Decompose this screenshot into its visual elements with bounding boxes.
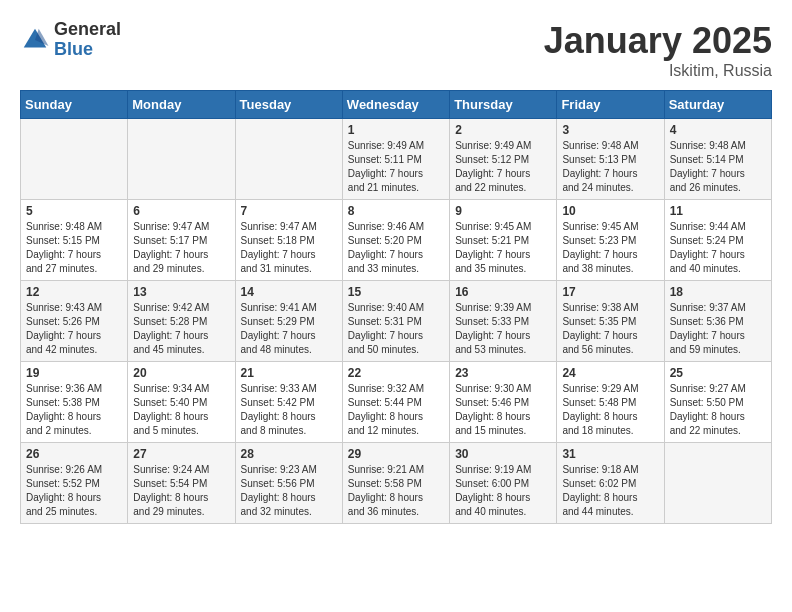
calendar-cell: [664, 443, 771, 524]
cell-content: Sunrise: 9:49 AM Sunset: 5:11 PM Dayligh…: [348, 139, 444, 195]
cell-content: Sunrise: 9:39 AM Sunset: 5:33 PM Dayligh…: [455, 301, 551, 357]
cell-content: Sunrise: 9:19 AM Sunset: 6:00 PM Dayligh…: [455, 463, 551, 519]
header-sunday: Sunday: [21, 91, 128, 119]
cell-content: Sunrise: 9:48 AM Sunset: 5:15 PM Dayligh…: [26, 220, 122, 276]
day-number: 13: [133, 285, 229, 299]
title-block: January 2025 Iskitim, Russia: [544, 20, 772, 80]
cell-content: Sunrise: 9:41 AM Sunset: 5:29 PM Dayligh…: [241, 301, 337, 357]
day-number: 4: [670, 123, 766, 137]
logo: General Blue: [20, 20, 121, 60]
calendar-cell: 4Sunrise: 9:48 AM Sunset: 5:14 PM Daylig…: [664, 119, 771, 200]
calendar-cell: [128, 119, 235, 200]
cell-content: Sunrise: 9:21 AM Sunset: 5:58 PM Dayligh…: [348, 463, 444, 519]
calendar-cell: 25Sunrise: 9:27 AM Sunset: 5:50 PM Dayli…: [664, 362, 771, 443]
logo-general: General: [54, 20, 121, 40]
day-number: 15: [348, 285, 444, 299]
week-row-2: 12Sunrise: 9:43 AM Sunset: 5:26 PM Dayli…: [21, 281, 772, 362]
calendar-cell: 20Sunrise: 9:34 AM Sunset: 5:40 PM Dayli…: [128, 362, 235, 443]
day-number: 12: [26, 285, 122, 299]
calendar-cell: 15Sunrise: 9:40 AM Sunset: 5:31 PM Dayli…: [342, 281, 449, 362]
week-row-4: 26Sunrise: 9:26 AM Sunset: 5:52 PM Dayli…: [21, 443, 772, 524]
cell-content: Sunrise: 9:48 AM Sunset: 5:14 PM Dayligh…: [670, 139, 766, 195]
calendar-cell: 7Sunrise: 9:47 AM Sunset: 5:18 PM Daylig…: [235, 200, 342, 281]
calendar-cell: 8Sunrise: 9:46 AM Sunset: 5:20 PM Daylig…: [342, 200, 449, 281]
day-number: 26: [26, 447, 122, 461]
week-row-3: 19Sunrise: 9:36 AM Sunset: 5:38 PM Dayli…: [21, 362, 772, 443]
week-row-1: 5Sunrise: 9:48 AM Sunset: 5:15 PM Daylig…: [21, 200, 772, 281]
cell-content: Sunrise: 9:34 AM Sunset: 5:40 PM Dayligh…: [133, 382, 229, 438]
day-number: 29: [348, 447, 444, 461]
cell-content: Sunrise: 9:23 AM Sunset: 5:56 PM Dayligh…: [241, 463, 337, 519]
header-wednesday: Wednesday: [342, 91, 449, 119]
location: Iskitim, Russia: [544, 62, 772, 80]
calendar-cell: 22Sunrise: 9:32 AM Sunset: 5:44 PM Dayli…: [342, 362, 449, 443]
header-row: SundayMondayTuesdayWednesdayThursdayFrid…: [21, 91, 772, 119]
calendar-cell: 14Sunrise: 9:41 AM Sunset: 5:29 PM Dayli…: [235, 281, 342, 362]
header-thursday: Thursday: [450, 91, 557, 119]
calendar-cell: 10Sunrise: 9:45 AM Sunset: 5:23 PM Dayli…: [557, 200, 664, 281]
cell-content: Sunrise: 9:32 AM Sunset: 5:44 PM Dayligh…: [348, 382, 444, 438]
calendar-cell: 21Sunrise: 9:33 AM Sunset: 5:42 PM Dayli…: [235, 362, 342, 443]
calendar-cell: 12Sunrise: 9:43 AM Sunset: 5:26 PM Dayli…: [21, 281, 128, 362]
cell-content: Sunrise: 9:44 AM Sunset: 5:24 PM Dayligh…: [670, 220, 766, 276]
day-number: 27: [133, 447, 229, 461]
page-header: General Blue January 2025 Iskitim, Russi…: [20, 20, 772, 80]
calendar-cell: 6Sunrise: 9:47 AM Sunset: 5:17 PM Daylig…: [128, 200, 235, 281]
day-number: 31: [562, 447, 658, 461]
calendar-cell: 9Sunrise: 9:45 AM Sunset: 5:21 PM Daylig…: [450, 200, 557, 281]
day-number: 8: [348, 204, 444, 218]
calendar-cell: [235, 119, 342, 200]
calendar-cell: 16Sunrise: 9:39 AM Sunset: 5:33 PM Dayli…: [450, 281, 557, 362]
cell-content: Sunrise: 9:47 AM Sunset: 5:17 PM Dayligh…: [133, 220, 229, 276]
calendar-cell: 2Sunrise: 9:49 AM Sunset: 5:12 PM Daylig…: [450, 119, 557, 200]
calendar-cell: 5Sunrise: 9:48 AM Sunset: 5:15 PM Daylig…: [21, 200, 128, 281]
cell-content: Sunrise: 9:45 AM Sunset: 5:21 PM Dayligh…: [455, 220, 551, 276]
header-friday: Friday: [557, 91, 664, 119]
day-number: 6: [133, 204, 229, 218]
day-number: 24: [562, 366, 658, 380]
cell-content: Sunrise: 9:18 AM Sunset: 6:02 PM Dayligh…: [562, 463, 658, 519]
day-number: 9: [455, 204, 551, 218]
cell-content: Sunrise: 9:29 AM Sunset: 5:48 PM Dayligh…: [562, 382, 658, 438]
cell-content: Sunrise: 9:26 AM Sunset: 5:52 PM Dayligh…: [26, 463, 122, 519]
calendar-cell: 29Sunrise: 9:21 AM Sunset: 5:58 PM Dayli…: [342, 443, 449, 524]
cell-content: Sunrise: 9:48 AM Sunset: 5:13 PM Dayligh…: [562, 139, 658, 195]
cell-content: Sunrise: 9:45 AM Sunset: 5:23 PM Dayligh…: [562, 220, 658, 276]
cell-content: Sunrise: 9:46 AM Sunset: 5:20 PM Dayligh…: [348, 220, 444, 276]
month-title: January 2025: [544, 20, 772, 62]
day-number: 5: [26, 204, 122, 218]
day-number: 3: [562, 123, 658, 137]
calendar-cell: 28Sunrise: 9:23 AM Sunset: 5:56 PM Dayli…: [235, 443, 342, 524]
calendar-cell: 30Sunrise: 9:19 AM Sunset: 6:00 PM Dayli…: [450, 443, 557, 524]
cell-content: Sunrise: 9:36 AM Sunset: 5:38 PM Dayligh…: [26, 382, 122, 438]
header-saturday: Saturday: [664, 91, 771, 119]
day-number: 18: [670, 285, 766, 299]
calendar-cell: 19Sunrise: 9:36 AM Sunset: 5:38 PM Dayli…: [21, 362, 128, 443]
cell-content: Sunrise: 9:43 AM Sunset: 5:26 PM Dayligh…: [26, 301, 122, 357]
week-row-0: 1Sunrise: 9:49 AM Sunset: 5:11 PM Daylig…: [21, 119, 772, 200]
logo-blue: Blue: [54, 40, 121, 60]
calendar-cell: 24Sunrise: 9:29 AM Sunset: 5:48 PM Dayli…: [557, 362, 664, 443]
calendar-cell: 26Sunrise: 9:26 AM Sunset: 5:52 PM Dayli…: [21, 443, 128, 524]
day-number: 10: [562, 204, 658, 218]
calendar-cell: [21, 119, 128, 200]
calendar-cell: 11Sunrise: 9:44 AM Sunset: 5:24 PM Dayli…: [664, 200, 771, 281]
cell-content: Sunrise: 9:42 AM Sunset: 5:28 PM Dayligh…: [133, 301, 229, 357]
cell-content: Sunrise: 9:40 AM Sunset: 5:31 PM Dayligh…: [348, 301, 444, 357]
cell-content: Sunrise: 9:38 AM Sunset: 5:35 PM Dayligh…: [562, 301, 658, 357]
day-number: 20: [133, 366, 229, 380]
logo-icon: [20, 25, 50, 55]
cell-content: Sunrise: 9:47 AM Sunset: 5:18 PM Dayligh…: [241, 220, 337, 276]
day-number: 22: [348, 366, 444, 380]
calendar-table: SundayMondayTuesdayWednesdayThursdayFrid…: [20, 90, 772, 524]
logo-text: General Blue: [54, 20, 121, 60]
calendar-cell: 1Sunrise: 9:49 AM Sunset: 5:11 PM Daylig…: [342, 119, 449, 200]
header-monday: Monday: [128, 91, 235, 119]
calendar-cell: 31Sunrise: 9:18 AM Sunset: 6:02 PM Dayli…: [557, 443, 664, 524]
header-tuesday: Tuesday: [235, 91, 342, 119]
day-number: 21: [241, 366, 337, 380]
cell-content: Sunrise: 9:27 AM Sunset: 5:50 PM Dayligh…: [670, 382, 766, 438]
day-number: 1: [348, 123, 444, 137]
day-number: 28: [241, 447, 337, 461]
cell-content: Sunrise: 9:33 AM Sunset: 5:42 PM Dayligh…: [241, 382, 337, 438]
